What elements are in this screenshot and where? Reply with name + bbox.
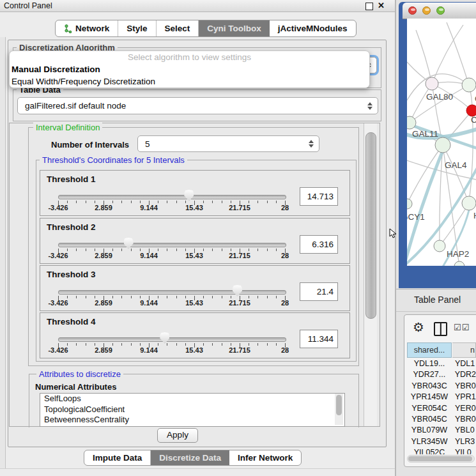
gear-icon[interactable]: ⚙: [413, 319, 424, 335]
zoom-traffic-light-icon[interactable]: [436, 6, 445, 15]
close-traffic-light-icon[interactable]: [408, 6, 417, 15]
slider-tick: [185, 296, 186, 298]
tab-network[interactable]: Network: [56, 20, 118, 36]
table-row[interactable]: YIL052CYIL0: [407, 447, 476, 454]
network-edge[interactable]: [410, 85, 469, 123]
threshold-value-field[interactable]: 6.316: [300, 235, 338, 254]
threshold-value-field[interactable]: 14.713: [300, 187, 338, 206]
slider-scale-label: 15.43: [185, 299, 203, 307]
close-icon[interactable]: ✕: [378, 1, 385, 10]
cell-shared-name: YBR045C: [407, 414, 452, 425]
table-row[interactable]: YDL19...YDL1: [407, 358, 476, 369]
attributes-list-scrollbar[interactable]: [335, 394, 343, 425]
table-rows: YDL19...YDL1YDR27...YDR2YBR043CYBR0YPR14…: [407, 358, 476, 454]
network-node[interactable]: [435, 137, 450, 153]
slider-tick: [86, 249, 86, 251]
table-data-combobox[interactable]: galFiltered.sif default node: [17, 97, 378, 114]
slider-scale-label: -3.426: [48, 299, 68, 307]
table-row[interactable]: YDR27...YDR2: [407, 369, 476, 380]
network-edge[interactable]: [416, 30, 432, 84]
slider-tick: [131, 296, 132, 298]
algorithm-option-manual[interactable]: Manual Discretization: [10, 63, 369, 75]
slider-tick: [167, 296, 167, 298]
slider-thumb[interactable]: [124, 238, 134, 249]
slider-tick: [212, 249, 213, 251]
tab-cyni-toolbox[interactable]: Cyni Toolbox: [199, 20, 270, 36]
slider-scale-label: 15.43: [185, 252, 203, 259]
attribute-list-item[interactable]: TopologicalCoefficient: [40, 404, 344, 415]
scrollbar-thumb[interactable]: [365, 132, 376, 319]
panel-vertical-scrollbar[interactable]: [364, 123, 377, 426]
network-node[interactable]: [407, 199, 412, 209]
tab-label: Discretize Data: [159, 451, 221, 464]
slider-thumb[interactable]: [184, 190, 194, 201]
table-row[interactable]: YBR043CYBR0: [407, 381, 476, 392]
threshold-value-field[interactable]: 11.344: [300, 330, 338, 348]
table-panel-title: Table Panel: [414, 295, 461, 305]
network-edge[interactable]: [410, 84, 432, 123]
slider-scale-label: 9.144: [140, 299, 158, 307]
slider-tick: [276, 249, 277, 251]
table-horizontal-scrollbar[interactable]: [407, 455, 475, 463]
control-panel-title: Control Panel: [4, 1, 52, 10]
scrollbar-thumb[interactable]: [408, 456, 472, 461]
network-canvas[interactable]: GAL80GACGAL11GAL4GCY1HHAP2: [407, 19, 476, 266]
column-header-name[interactable]: n: [452, 342, 476, 358]
number-of-intervals-combobox[interactable]: 5: [137, 135, 319, 152]
table-row[interactable]: YBR045CYBR0: [407, 414, 476, 425]
apply-button[interactable]: Apply: [157, 428, 198, 443]
cell-shared-name: YBR043C: [407, 381, 452, 392]
slider-tick: [140, 249, 141, 251]
slider-scale-label: 2.859: [95, 299, 112, 307]
slider-thumb[interactable]: [233, 285, 242, 296]
table-row[interactable]: YPR145WYPR1: [407, 392, 476, 403]
table-row[interactable]: YLR345WYLR3: [407, 436, 476, 447]
column-header-shared-name[interactable]: shared...: [407, 342, 452, 358]
network-node[interactable]: [454, 261, 464, 266]
slider-thumb[interactable]: [160, 332, 169, 344]
attribute-list-item[interactable]: SelfLoops: [40, 394, 344, 404]
slider-tick: [257, 249, 258, 251]
slider-tick: [176, 201, 177, 203]
split-columns-icon[interactable]: [434, 322, 447, 336]
combo-arrows-icon: [309, 140, 314, 148]
threshold-value-field[interactable]: 21.4: [300, 282, 338, 301]
scrollbar-thumb[interactable]: [336, 395, 342, 415]
bottom-tab-discretize-data[interactable]: Discretize Data: [151, 450, 229, 465]
minimize-traffic-light-icon[interactable]: [422, 6, 431, 15]
slider-track[interactable]: [58, 290, 286, 295]
slider-tick: [76, 201, 77, 203]
algorithm-placeholder-option[interactable]: Select algorithm to view settings: [10, 51, 369, 63]
network-node[interactable]: [462, 78, 476, 92]
bottom-tab-impute-data[interactable]: Impute Data: [84, 450, 151, 465]
slider-track[interactable]: [58, 243, 286, 247]
network-node[interactable]: [462, 196, 476, 210]
network-node[interactable]: [426, 77, 438, 90]
network-edge[interactable]: [447, 22, 469, 85]
slider-scale-label: 2.859: [95, 346, 112, 354]
checkboxes-icon[interactable]: ☑☑: [454, 323, 470, 332]
network-node[interactable]: [434, 240, 445, 252]
slider-scale-label: 28: [281, 204, 289, 211]
float-window-icon[interactable]: [365, 3, 373, 10]
algorithm-option-equal-width[interactable]: Equal Width/Frequency Discretization: [10, 75, 369, 88]
bottom-tab-infer-network[interactable]: Infer Network: [229, 450, 301, 465]
slider-tick: [185, 343, 186, 346]
slider-tick: [121, 201, 122, 203]
cell-name: YIL0: [452, 447, 472, 454]
threshold-box-2: Threshold 2-3.4262.8599.14415.4321.71528…: [40, 218, 350, 264]
attribute-list-item[interactable]: BetweennessCentrality: [40, 415, 344, 426]
cell-name: YDR2: [452, 369, 476, 380]
network-window-titlebar[interactable]: [403, 3, 476, 19]
tab-select[interactable]: Select: [157, 20, 199, 36]
slider-scale-label: 28: [281, 346, 289, 354]
cell-shared-name: YDL19...: [407, 358, 452, 369]
tab-style[interactable]: Style: [118, 20, 156, 36]
slider-track[interactable]: [58, 337, 286, 342]
slider-track[interactable]: [58, 195, 286, 199]
table-row[interactable]: YER054CYER0: [407, 403, 476, 414]
tab-jactivemnodules[interactable]: jActiveMNodules: [270, 20, 356, 36]
tab-label: jActiveMNodules: [278, 21, 348, 36]
network-node-label: GAL80: [426, 92, 453, 102]
table-row[interactable]: YBL079WYBL0: [407, 425, 476, 436]
